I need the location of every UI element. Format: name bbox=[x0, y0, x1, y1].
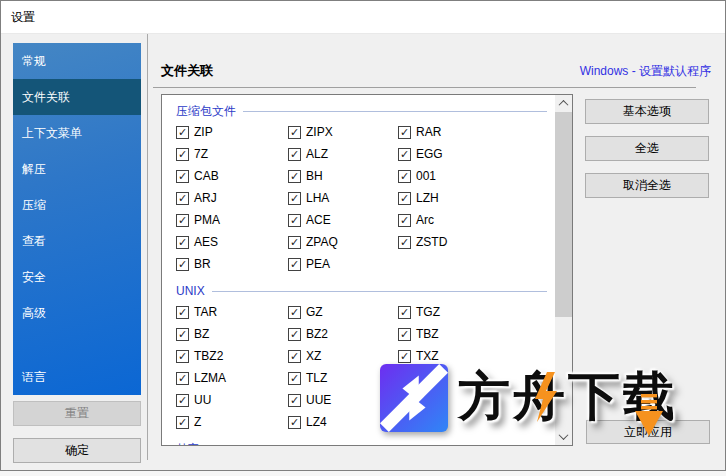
format-checkbox-uue[interactable]: ✓UUE bbox=[288, 389, 331, 411]
format-checkbox-cab[interactable]: ✓CAB bbox=[176, 165, 219, 187]
sidebar-item-8[interactable]: 语言 bbox=[13, 359, 141, 395]
scrollbar-thumb[interactable] bbox=[555, 112, 572, 317]
format-checkbox-xz[interactable]: ✓XZ bbox=[288, 345, 321, 367]
format-checkbox-001[interactable]: ✓001 bbox=[398, 165, 436, 187]
checkbox-icon[interactable]: ✓ bbox=[176, 394, 189, 407]
checkbox-icon[interactable]: ✓ bbox=[398, 350, 411, 363]
format-checkbox-zstd[interactable]: ✓ZSTD bbox=[398, 231, 447, 253]
checkbox-icon[interactable]: ✓ bbox=[176, 126, 189, 139]
checkbox-icon[interactable]: ✓ bbox=[398, 214, 411, 227]
format-label: ZPAQ bbox=[306, 235, 338, 249]
checkbox-icon[interactable]: ✓ bbox=[288, 306, 301, 319]
format-checkbox-zpaq[interactable]: ✓ZPAQ bbox=[288, 231, 338, 253]
reset-button[interactable]: 重置 bbox=[13, 401, 141, 426]
sidebar-item-0[interactable]: 常规 bbox=[13, 43, 141, 79]
format-checkbox-z[interactable]: ✓Z bbox=[176, 411, 201, 433]
checkbox-icon[interactable]: ✓ bbox=[398, 192, 411, 205]
sidebar-content-divider bbox=[147, 34, 148, 460]
format-checkbox-uu[interactable]: ✓UU bbox=[176, 389, 211, 411]
format-checkbox-br[interactable]: ✓BR bbox=[176, 253, 211, 275]
format-checkbox-bz[interactable]: ✓BZ bbox=[176, 323, 209, 345]
format-checkbox-zip[interactable]: ✓ZIP bbox=[176, 121, 213, 143]
format-checkbox-aes[interactable]: ✓AES bbox=[176, 231, 218, 253]
checkbox-icon[interactable]: ✓ bbox=[288, 416, 301, 429]
checkbox-icon[interactable]: ✓ bbox=[288, 214, 301, 227]
format-checkbox-tlz[interactable]: ✓TLZ bbox=[288, 367, 327, 389]
format-label: TBZ bbox=[416, 327, 439, 341]
checkbox-icon[interactable]: ✓ bbox=[176, 328, 189, 341]
format-checkbox-rar[interactable]: ✓RAR bbox=[398, 121, 441, 143]
format-row: ✓7Z✓ALZ✓EGG bbox=[162, 143, 555, 165]
sidebar-item-5[interactable]: 查看 bbox=[13, 223, 141, 259]
windows-default-programs-link[interactable]: Windows - 设置默认程序 bbox=[580, 63, 711, 80]
select-all-button[interactable]: 全选 bbox=[585, 136, 709, 161]
checkbox-icon[interactable]: ✓ bbox=[176, 258, 189, 271]
sidebar-item-6[interactable]: 安全 bbox=[13, 259, 141, 295]
format-checkbox-bz2[interactable]: ✓BZ2 bbox=[288, 323, 328, 345]
format-row: ✓TAR✓GZ✓TGZ bbox=[162, 301, 555, 323]
format-label: CAB bbox=[194, 169, 219, 183]
format-row: ✓CAB✓BH✓001 bbox=[162, 165, 555, 187]
format-checkbox-egg[interactable]: ✓EGG bbox=[398, 143, 443, 165]
format-checkbox-tar[interactable]: ✓TAR bbox=[176, 301, 217, 323]
format-checkbox-arc[interactable]: ✓Arc bbox=[398, 209, 434, 231]
checkbox-icon[interactable]: ✓ bbox=[176, 148, 189, 161]
format-checkbox-lz4[interactable]: ✓LZ4 bbox=[288, 411, 327, 433]
checkbox-icon[interactable]: ✓ bbox=[176, 416, 189, 429]
format-checkbox-lzma[interactable]: ✓LZMA bbox=[176, 367, 226, 389]
format-label: ALZ bbox=[306, 147, 328, 161]
format-checkbox-7z[interactable]: ✓7Z bbox=[176, 143, 208, 165]
format-checkbox-lha[interactable]: ✓LHA bbox=[288, 187, 329, 209]
format-checkbox-tbz[interactable]: ✓TBZ bbox=[398, 323, 439, 345]
checkbox-icon[interactable]: ✓ bbox=[288, 350, 301, 363]
checkbox-icon[interactable]: ✓ bbox=[176, 236, 189, 249]
format-checkbox-tbz2[interactable]: ✓TBZ2 bbox=[176, 345, 223, 367]
format-checkbox-tgz[interactable]: ✓TGZ bbox=[398, 301, 440, 323]
checkbox-icon[interactable]: ✓ bbox=[176, 170, 189, 183]
format-checkbox-gz[interactable]: ✓GZ bbox=[288, 301, 323, 323]
watermark-logo-icon bbox=[380, 364, 448, 432]
checkbox-icon[interactable]: ✓ bbox=[398, 328, 411, 341]
checkbox-icon[interactable]: ✓ bbox=[288, 258, 301, 271]
checkbox-icon[interactable]: ✓ bbox=[398, 148, 411, 161]
checkbox-icon[interactable]: ✓ bbox=[288, 394, 301, 407]
checkbox-icon[interactable]: ✓ bbox=[288, 328, 301, 341]
sidebar-item-2[interactable]: 上下文菜单 bbox=[13, 115, 141, 151]
format-checkbox-lzh[interactable]: ✓LZH bbox=[398, 187, 439, 209]
format-label: TAR bbox=[194, 305, 217, 319]
checkbox-icon[interactable]: ✓ bbox=[176, 192, 189, 205]
sidebar-item-4[interactable]: 压缩 bbox=[13, 187, 141, 223]
checkbox-icon[interactable]: ✓ bbox=[398, 236, 411, 249]
format-checkbox-pma[interactable]: ✓PMA bbox=[176, 209, 220, 231]
ok-button[interactable]: 确定 bbox=[13, 438, 141, 463]
checkbox-icon[interactable]: ✓ bbox=[176, 306, 189, 319]
checkbox-icon[interactable]: ✓ bbox=[176, 350, 189, 363]
checkbox-icon[interactable]: ✓ bbox=[176, 372, 189, 385]
sidebar-item-1[interactable]: 文件关联 bbox=[13, 79, 141, 115]
format-checkbox-ace[interactable]: ✓ACE bbox=[288, 209, 331, 231]
format-checkbox-pea[interactable]: ✓PEA bbox=[288, 253, 330, 275]
format-label: Z bbox=[194, 415, 201, 429]
checkbox-icon[interactable]: ✓ bbox=[398, 306, 411, 319]
checkbox-icon[interactable]: ✓ bbox=[398, 170, 411, 183]
format-checkbox-bh[interactable]: ✓BH bbox=[288, 165, 323, 187]
sidebar-item-7[interactable]: 高级 bbox=[13, 295, 141, 331]
checkbox-icon[interactable]: ✓ bbox=[288, 372, 301, 385]
format-checkbox-zipx[interactable]: ✓ZIPX bbox=[288, 121, 333, 143]
deselect-all-button[interactable]: 取消全选 bbox=[585, 173, 709, 198]
format-checkbox-alz[interactable]: ✓ALZ bbox=[288, 143, 328, 165]
checkbox-icon[interactable]: ✓ bbox=[288, 192, 301, 205]
title-bar[interactable]: 设置 bbox=[1, 1, 725, 34]
sidebar-item-3[interactable]: 解压 bbox=[13, 151, 141, 187]
format-label: TGZ bbox=[416, 305, 440, 319]
checkbox-icon[interactable]: ✓ bbox=[288, 126, 301, 139]
scroll-up-arrow-icon[interactable] bbox=[555, 95, 572, 112]
checkbox-icon[interactable]: ✓ bbox=[288, 170, 301, 183]
format-label: TLZ bbox=[306, 371, 327, 385]
checkbox-icon[interactable]: ✓ bbox=[288, 236, 301, 249]
format-checkbox-arj[interactable]: ✓ARJ bbox=[176, 187, 217, 209]
checkbox-icon[interactable]: ✓ bbox=[176, 214, 189, 227]
checkbox-icon[interactable]: ✓ bbox=[398, 126, 411, 139]
basic-options-button[interactable]: 基本选项 bbox=[585, 99, 709, 124]
checkbox-icon[interactable]: ✓ bbox=[288, 148, 301, 161]
